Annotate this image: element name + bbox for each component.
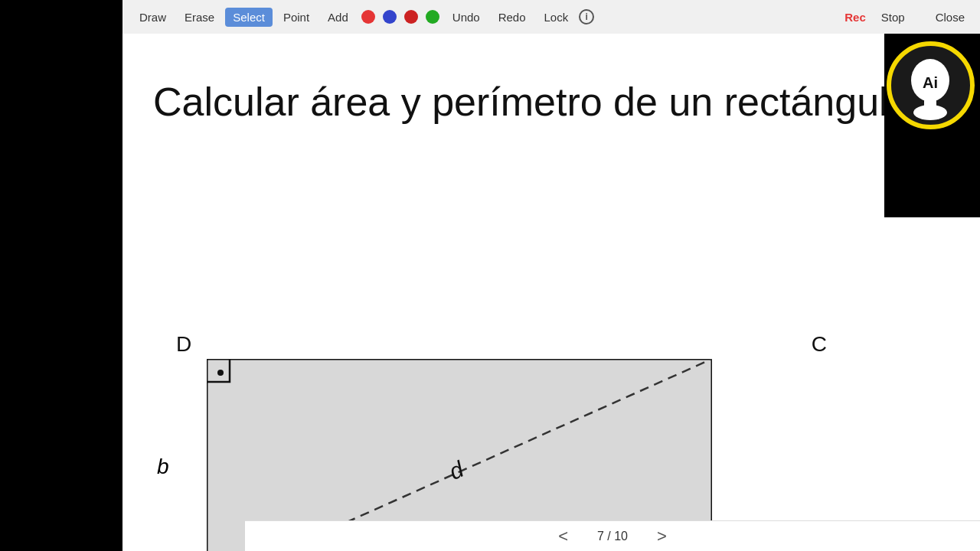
stop-button[interactable]: Stop (875, 8, 911, 27)
color-red[interactable] (361, 10, 375, 24)
info-button[interactable]: i (579, 9, 594, 24)
color-darkred[interactable] (404, 10, 418, 24)
erase-button[interactable]: Erase (177, 8, 222, 27)
page-info: 7 / 10 (597, 530, 628, 543)
prev-page-button[interactable]: < (552, 525, 574, 548)
rec-button[interactable]: Rec (838, 8, 872, 27)
toolbar: Draw Erase Select Point Add Undo Redo Lo… (122, 0, 980, 34)
next-page-button[interactable]: > (651, 525, 673, 548)
ai-logo: Ai (884, 34, 980, 217)
add-button[interactable]: Add (320, 8, 356, 27)
select-button[interactable]: Select (225, 8, 273, 27)
label-D: D (176, 332, 191, 357)
label-C: C (812, 332, 827, 357)
color-blue[interactable] (383, 10, 397, 24)
redo-button[interactable]: Redo (491, 8, 534, 27)
pagination-bar: < 7 / 10 > (245, 520, 980, 551)
lock-button[interactable]: Lock (537, 8, 577, 27)
undo-button[interactable]: Undo (445, 8, 488, 27)
slide: Calcular área y perímetro de un rectángu… (122, 34, 980, 551)
left-sidebar (0, 0, 122, 551)
label-b: b (157, 455, 169, 479)
ai-logo-circle: Ai (887, 41, 975, 129)
svg-point-2 (217, 370, 224, 376)
svg-point-7 (913, 105, 947, 120)
color-green[interactable] (426, 10, 439, 24)
draw-button[interactable]: Draw (132, 8, 174, 27)
diagram-container: D C A B b a (168, 332, 827, 551)
slide-title: Calcular área y perímetro de un rectángu… (153, 80, 957, 126)
svg-text:Ai: Ai (923, 74, 938, 91)
canvas-area: Calcular área y perímetro de un rectángu… (122, 34, 980, 551)
point-button[interactable]: Point (276, 8, 317, 27)
close-button[interactable]: Close (929, 8, 971, 27)
